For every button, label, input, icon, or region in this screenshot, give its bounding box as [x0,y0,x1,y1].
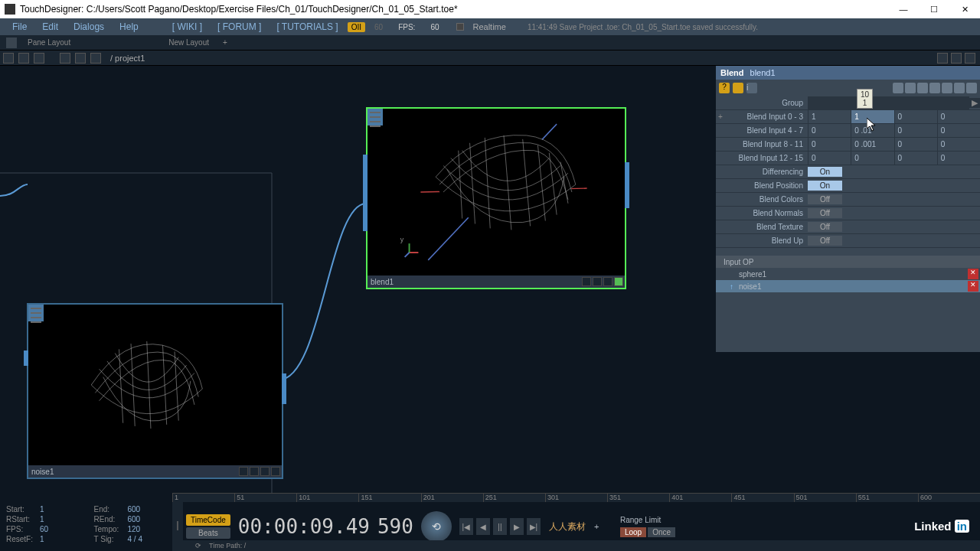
param-value-2[interactable]: 0 [894,124,937,137]
page-icon-5[interactable] [942,83,952,93]
maximize-button[interactable]: ☐ [919,0,949,18]
param-value-2[interactable]: 0 [894,110,937,123]
nav-box-icon[interactable] [18,53,29,64]
page-icon-3[interactable] [917,83,928,93]
node-gear-icon[interactable] [31,321,41,323]
node-noise1[interactable]: noise1 [27,303,283,479]
badge-oii[interactable]: OII [348,22,365,32]
stat-value[interactable]: 600 [128,515,141,525]
node-flag-1[interactable] [239,467,248,476]
toggle-button[interactable]: Off [808,208,842,218]
param-value-3[interactable]: 0 [937,110,980,123]
link-tutorials[interactable]: [ TUTORIALS ] [270,20,344,34]
info-icon[interactable]: i [746,83,757,93]
node-pen-icon[interactable] [31,312,41,314]
link-wiki[interactable]: [ WIKI ] [166,20,208,34]
inputop-row[interactable]: ↑noise1✕ [716,280,980,292]
input-connector[interactable] [363,155,368,231]
page-icon-1[interactable] [893,83,903,93]
menu-edit[interactable]: Edit [36,20,64,34]
node-wand-icon[interactable] [31,317,41,318]
node-flag-3[interactable] [260,467,270,476]
group-arrow-icon[interactable]: ▶ [969,98,980,108]
toggle-button[interactable]: Off [808,236,842,246]
param-value-2[interactable]: 0 [894,138,937,151]
page-icon-7[interactable] [966,83,977,93]
page-icon-4[interactable] [929,83,940,93]
menu-file[interactable]: File [6,20,33,34]
new-layout-button[interactable]: New Layout [165,38,212,47]
stat-value[interactable]: 120 [128,525,141,535]
stat-value[interactable]: 4 / 4 [128,535,142,545]
param-value-3[interactable]: 0 [937,124,980,137]
delete-input-button[interactable]: ✕ [968,269,978,279]
param-value-0[interactable]: 0 [808,152,851,165]
nav-star-icon[interactable] [75,53,86,64]
nav-add-icon[interactable] [60,53,70,64]
frame-display[interactable]: 590 [377,515,413,538]
timecode-button[interactable]: TimeCode [186,514,230,526]
loop-button[interactable]: Loop [620,527,646,537]
node-flag-2[interactable] [250,467,259,476]
param-value-3[interactable]: 0 [937,138,980,151]
node-view-icon[interactable] [370,112,381,113]
layout-icon[interactable] [6,37,17,48]
page-icon-2[interactable] [905,83,916,93]
stat-value[interactable]: 1 [40,535,44,545]
param-value-2[interactable]: 0 [894,152,937,165]
inputop-row[interactable]: sphere1✕ [716,268,980,280]
page-icon-6[interactable] [954,83,965,93]
delete-input-button[interactable]: ✕ [968,281,978,292]
once-button[interactable]: Once [648,527,675,537]
toggle-button[interactable]: On [808,181,842,191]
node-flag-3[interactable] [603,277,612,286]
param-value-3[interactable]: 0 [937,152,980,165]
stat-value[interactable]: 600 [128,505,141,515]
view-icon-2[interactable] [951,53,962,64]
path-text[interactable]: / project1 [106,54,145,63]
node-flag-2[interactable] [593,277,602,286]
rewind-button[interactable]: |◀ [459,518,473,535]
toggle-button[interactable]: On [808,167,842,177]
menu-help[interactable]: Help [113,20,145,34]
input-connector[interactable] [24,350,28,366]
stat-value[interactable]: 60 [40,525,48,535]
param-value-0[interactable]: 1 [808,110,851,123]
close-button[interactable]: ✕ [949,0,980,18]
pause-button[interactable]: || [493,518,507,535]
node-viewer[interactable]: y [383,109,625,276]
stat-value[interactable]: 1 [40,505,44,515]
node-gear-icon[interactable] [370,126,381,127]
node-flag-1[interactable] [582,277,591,286]
add-layout-button[interactable]: + [220,38,230,47]
forward-end-button[interactable]: ▶| [527,518,541,535]
param-icon-2[interactable] [733,83,743,93]
beats-button[interactable]: Beats [186,527,230,539]
output-connector[interactable] [282,373,286,404]
minimize-button[interactable]: — [888,0,919,18]
nav-stack-icon[interactable] [34,53,44,64]
plus-button[interactable]: + [594,522,608,531]
link-forum[interactable]: [ FORUM ] [211,20,267,34]
output-connector[interactable] [625,162,629,208]
param-value-1[interactable]: 0 [851,152,893,165]
timecode-display[interactable]: 00:00:09.49 [238,515,370,538]
realtime-checkbox[interactable] [456,23,464,31]
nav-plus-icon[interactable] [3,53,14,64]
node-wand-icon[interactable] [370,121,381,122]
node-viewer[interactable] [44,305,282,465]
step-fwd-button[interactable]: ▶ [510,518,524,535]
help-icon[interactable]: ? [719,83,730,93]
param-value-0[interactable]: 0 [808,138,851,151]
node-pen-icon[interactable] [370,116,381,118]
param-value-1[interactable]: 0 .001 [851,138,893,151]
pane-layout-button[interactable]: Pane Layout [24,38,74,47]
expand-icon[interactable]: + [716,112,725,121]
op-name[interactable]: blend1 [750,68,776,77]
play-indicator[interactable]: ⟲ [421,511,452,542]
param-value-0[interactable]: 0 [808,124,851,137]
view-icon-1[interactable] [937,53,948,64]
group-input[interactable] [808,96,969,109]
node-view-icon[interactable] [31,308,41,309]
step-back-button[interactable]: ◀ [476,518,490,535]
